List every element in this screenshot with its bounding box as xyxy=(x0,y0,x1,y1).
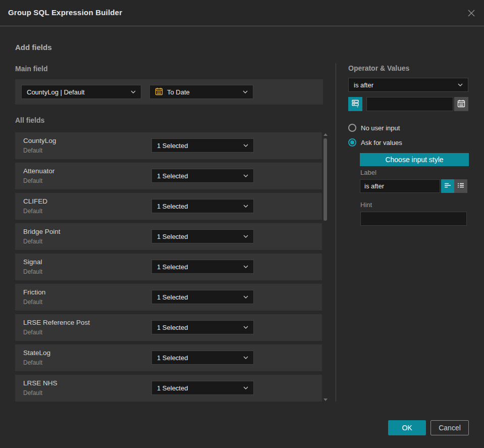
calendar-icon xyxy=(155,87,163,97)
field-row: LRSE Reference Post Default 1 Selected xyxy=(15,314,322,341)
chevron-down-icon xyxy=(243,386,248,389)
field-selection-value: 1 Selected xyxy=(157,233,188,240)
field-row: Friction Default 1 Selected xyxy=(15,284,322,311)
chevron-down-icon xyxy=(243,90,248,93)
field-selection-dropdown[interactable]: 1 Selected xyxy=(151,381,254,395)
field-row: Bridge Point Default 1 Selected xyxy=(15,223,322,250)
value-input[interactable] xyxy=(366,97,453,111)
ok-button[interactable]: OK xyxy=(388,420,426,435)
field-name: StateLog xyxy=(23,349,50,357)
field-type: Default xyxy=(23,268,42,275)
vertical-divider xyxy=(336,63,336,402)
field-name: Bridge Point xyxy=(23,228,61,235)
field-name: Signal xyxy=(23,258,42,266)
main-field-label: Main field xyxy=(15,65,48,73)
field-selection-value: 1 Selected xyxy=(157,324,188,331)
scroll-up-arrow-icon[interactable] xyxy=(324,133,328,136)
main-field-type-dropdown[interactable]: To Date xyxy=(149,85,253,99)
all-fields-list: CountyLog Default 1 Selected Attenuator … xyxy=(15,132,322,405)
field-selection-value: 1 Selected xyxy=(157,203,188,210)
cancel-button[interactable]: Cancel xyxy=(431,420,469,435)
radio-no-user-input[interactable]: No user input xyxy=(348,124,400,132)
date-picker-button[interactable] xyxy=(454,97,468,111)
field-row: CountyLog Default 1 Selected xyxy=(15,132,322,159)
field-row: LRSE NHS Default 1 Selected xyxy=(15,375,322,402)
field-selection-value: 1 Selected xyxy=(157,293,188,301)
all-fields-label: All fields xyxy=(15,116,44,124)
main-field-panel: CountyLog | Default To Date xyxy=(15,79,323,105)
label-input[interactable] xyxy=(360,179,440,193)
operator-values-heading: Operator & Values xyxy=(348,64,409,72)
chevron-down-icon xyxy=(458,83,463,86)
field-selection-value: 1 Selected xyxy=(157,354,188,362)
operator-dropdown[interactable]: is after xyxy=(348,78,468,92)
field-name: Friction xyxy=(23,288,45,296)
field-selection-dropdown[interactable]: 1 Selected xyxy=(151,138,254,153)
list-input-style-button[interactable] xyxy=(454,179,467,193)
field-type: Default xyxy=(23,359,42,366)
field-name: LRSE Reference Post xyxy=(23,319,90,326)
field-name: Attenuator xyxy=(23,167,55,175)
scrollbar-thumb[interactable] xyxy=(324,138,327,221)
field-selection-dropdown[interactable]: 1 Selected xyxy=(151,260,254,274)
choose-input-style-button[interactable]: Choose input style xyxy=(360,153,469,166)
field-type: Default xyxy=(23,208,42,215)
fields-list-scrollbar[interactable] xyxy=(324,132,328,402)
operator-dropdown-value: is after xyxy=(354,81,373,89)
radio-ask-for-values[interactable]: Ask for values xyxy=(348,138,402,146)
field-name: CLIFED xyxy=(23,197,47,205)
calendar-icon xyxy=(457,99,465,109)
field-selection-dropdown[interactable]: 1 Selected xyxy=(151,169,254,183)
chevron-down-icon xyxy=(243,326,248,329)
chevron-down-icon xyxy=(243,174,248,177)
chevron-down-icon xyxy=(243,144,248,147)
main-field-dropdown[interactable]: CountyLog | Default xyxy=(21,85,141,99)
list-icon xyxy=(457,182,464,190)
chevron-down-icon xyxy=(131,90,136,93)
label-caption: Label xyxy=(360,169,377,176)
single-line-input-style-button[interactable] xyxy=(441,179,454,193)
radio-ask-for-values-label: Ask for values xyxy=(361,139,402,146)
field-row: Signal Default 1 Selected xyxy=(15,254,322,280)
chevron-down-icon xyxy=(243,235,248,238)
dialog-header: Group SQL Expression Builder xyxy=(0,0,484,26)
add-fields-heading: Add fields xyxy=(15,43,52,52)
chevron-down-icon xyxy=(243,205,248,208)
close-icon[interactable] xyxy=(466,8,476,18)
field-selection-dropdown[interactable]: 1 Selected xyxy=(151,351,254,365)
field-selection-value: 1 Selected xyxy=(157,142,188,150)
field-selection-dropdown[interactable]: 1 Selected xyxy=(151,199,254,213)
field-selection-dropdown[interactable]: 1 Selected xyxy=(151,229,254,243)
main-field-dropdown-value: CountyLog | Default xyxy=(27,88,85,96)
hint-input[interactable] xyxy=(360,212,467,226)
value-input-type-button[interactable] xyxy=(348,97,362,111)
field-selection-dropdown[interactable]: 1 Selected xyxy=(151,320,254,334)
main-field-type-value: To Date xyxy=(167,88,190,96)
field-selection-dropdown[interactable]: 1 Selected xyxy=(151,290,254,304)
chevron-down-icon xyxy=(243,295,248,298)
field-type: Default xyxy=(23,147,42,154)
field-name: CountyLog xyxy=(23,137,56,144)
hint-caption: Hint xyxy=(360,201,372,209)
radio-selected-icon xyxy=(348,138,356,146)
field-type: Default xyxy=(23,177,42,184)
align-left-icon xyxy=(444,182,451,190)
field-name: LRSE NHS xyxy=(23,379,58,387)
scroll-down-arrow-icon[interactable] xyxy=(324,399,328,401)
field-row: Attenuator Default 1 Selected xyxy=(15,163,322,189)
field-selection-value: 1 Selected xyxy=(157,384,188,392)
dialog-title: Group SQL Expression Builder xyxy=(8,8,122,17)
field-selection-value: 1 Selected xyxy=(157,263,188,271)
group-sql-expression-builder-dialog: Group SQL Expression Builder Add fields … xyxy=(0,0,484,448)
stacked-values-icon xyxy=(351,99,360,109)
radio-unselected-icon xyxy=(348,124,356,132)
field-type: Default xyxy=(23,329,42,336)
field-row: CLIFED Default 1 Selected xyxy=(15,193,322,220)
field-row: StateLog Default 1 Selected xyxy=(15,344,322,371)
chevron-down-icon xyxy=(243,265,248,268)
field-type: Default xyxy=(23,298,42,306)
field-type: Default xyxy=(23,238,42,245)
field-type: Default xyxy=(23,389,42,396)
field-selection-value: 1 Selected xyxy=(157,172,188,180)
chevron-down-icon xyxy=(243,356,248,359)
